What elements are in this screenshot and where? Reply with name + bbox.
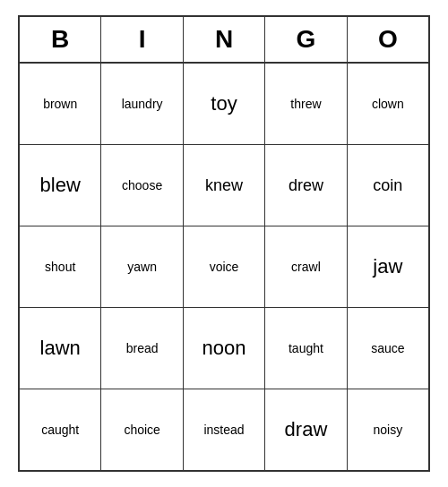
- bingo-cell-2-1: yawn: [101, 226, 183, 307]
- bingo-cell-2-2: voice: [184, 226, 265, 307]
- bingo-cell-3-2: noon: [184, 308, 265, 389]
- header-cell-i: I: [101, 17, 183, 62]
- bingo-cell-0-2: toy: [184, 64, 265, 144]
- bingo-header: BINGO: [20, 17, 428, 64]
- bingo-cell-4-1: choice: [101, 389, 183, 470]
- header-cell-o: O: [348, 17, 428, 62]
- bingo-cell-4-3: draw: [265, 389, 347, 470]
- bingo-card: BINGO brownlaundrytoythrewclownblewchoos…: [18, 15, 430, 472]
- bingo-cell-3-0: lawn: [20, 308, 101, 389]
- bingo-cell-3-1: bread: [101, 308, 183, 389]
- bingo-cell-1-2: knew: [184, 145, 265, 226]
- bingo-cell-4-4: noisy: [348, 389, 428, 470]
- bingo-cell-3-4: sauce: [348, 308, 428, 389]
- bingo-row-0: brownlaundrytoythrewclown: [20, 64, 428, 145]
- bingo-cell-2-3: crawl: [265, 226, 347, 307]
- bingo-body: brownlaundrytoythrewclownblewchooseknewd…: [20, 64, 428, 470]
- bingo-row-2: shoutyawnvoicecrawljaw: [20, 226, 428, 308]
- bingo-cell-2-0: shout: [20, 226, 101, 307]
- header-cell-g: G: [265, 17, 347, 62]
- bingo-cell-0-1: laundry: [101, 64, 183, 144]
- bingo-row-1: blewchooseknewdrewcoin: [20, 145, 428, 226]
- bingo-cell-4-2: instead: [184, 389, 265, 470]
- bingo-cell-1-3: drew: [265, 145, 347, 226]
- bingo-cell-0-4: clown: [348, 64, 428, 144]
- bingo-row-4: caughtchoiceinsteaddrawnoisy: [20, 389, 428, 470]
- bingo-cell-3-3: taught: [265, 308, 347, 389]
- bingo-cell-1-0: blew: [20, 145, 101, 226]
- bingo-cell-2-4: jaw: [348, 226, 428, 307]
- bingo-cell-1-4: coin: [348, 145, 428, 226]
- header-cell-n: N: [184, 17, 265, 62]
- header-cell-b: B: [20, 17, 101, 62]
- bingo-cell-4-0: caught: [20, 389, 101, 470]
- bingo-cell-0-3: threw: [265, 64, 347, 144]
- bingo-cell-0-0: brown: [20, 64, 101, 144]
- bingo-cell-1-1: choose: [101, 145, 183, 226]
- bingo-row-3: lawnbreadnoontaughtsauce: [20, 308, 428, 389]
